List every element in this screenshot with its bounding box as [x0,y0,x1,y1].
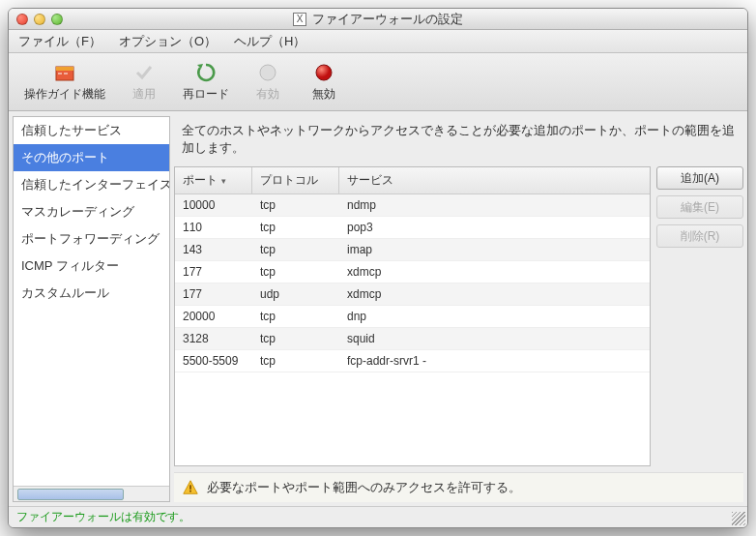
table-cell: fcp-addr-srvr1 - [339,350,650,372]
sidebar-item[interactable]: マスカレーディング [14,198,169,225]
table-row[interactable]: 5500-5509tcpfcp-addr-srvr1 - [175,350,650,372]
sidebar-item[interactable]: 信頼したインターフェイス [14,171,169,198]
table-cell: tcp [252,306,339,327]
toolbar-reload[interactable]: 再ロード [173,57,239,106]
window-title: ファイアーウォールの設定 [312,11,463,28]
table-cell: xdmcp [339,261,650,283]
warning-bar: 必要なポートやポート範囲へのみアクセスを許可する。 [174,472,743,502]
table-row[interactable]: 143tcpimap [175,239,650,261]
sidebar-item[interactable]: ポートフォワーディング [14,225,169,253]
table-cell: squid [339,328,650,349]
svg-rect-7 [189,491,191,492]
table-row[interactable]: 177udpxdmcp [175,283,650,306]
table-cell: tcp [252,217,339,238]
table-row[interactable]: 3128tcpsquid [175,328,650,350]
toolbar-enable: 有効 [241,57,295,106]
sidebar-item[interactable]: ICMP フィルター [14,253,169,280]
table-cell: xdmcp [339,283,650,305]
toolbar-apply: 適用 [117,57,171,106]
table-cell: 5500-5509 [175,350,252,372]
enable-icon [256,61,279,84]
description-text: 全てのホストやネットワークからアクセスできることが必要な追加のポートか、ポートの… [174,116,743,166]
table-cell: pop3 [339,217,650,238]
toolbar-disable[interactable]: 無効 [297,57,351,106]
table-cell: tcp [252,328,339,349]
table-cell: tcp [252,239,339,260]
status-text: ファイアーウォールは有効です。 [16,509,190,525]
sidebar-item[interactable]: その他のポート [14,144,169,171]
svg-point-5 [316,65,332,80]
svg-rect-6 [189,485,191,490]
delete-button: 削除(R) [656,224,743,248]
add-button[interactable]: 追加(A) [656,166,743,190]
table-cell: tcp [252,350,339,372]
toolbar-guide[interactable]: 操作ガイド機能 [15,57,115,106]
edit-button: 編集(E) [656,195,743,219]
sidebar-item[interactable]: カスタムルール [14,280,169,307]
table-row[interactable]: 110tcppop3 [175,217,650,239]
table-cell: dnp [339,306,650,327]
table-cell: 3128 [175,328,252,349]
svg-rect-3 [64,73,68,74]
col-service[interactable]: サービス [339,167,650,194]
resize-grip[interactable] [732,512,745,525]
apply-icon [132,61,156,84]
app-icon: X [293,13,306,26]
status-bar: ファイアーウォールは有効です。 [9,506,747,527]
sidebar-item[interactable]: 信頼したサービス [14,117,169,144]
table-cell: 177 [175,283,252,305]
table-cell: 177 [175,261,252,283]
menu-options[interactable]: オプション（O） [119,33,217,50]
table-row[interactable]: 20000tcpdnp [175,306,650,328]
sidebar-scrollbar[interactable] [14,486,169,501]
sidebar: 信頼したサービスその他のポート信頼したインターフェイスマスカレーディングポートフ… [13,116,170,502]
ports-table: ポート▾ プロトコル サービス 10000tcpndmp110tcppop314… [174,166,651,466]
svg-rect-1 [56,67,73,71]
table-cell: 20000 [175,306,252,327]
reload-icon [194,61,218,84]
guide-icon [53,61,76,84]
menu-help[interactable]: ヘルプ（H） [234,33,305,50]
disable-icon [312,61,335,84]
table-cell: udp [252,283,339,305]
svg-point-4 [260,65,276,80]
table-cell: 143 [175,239,252,260]
table-row[interactable]: 177tcpxdmcp [175,261,650,283]
toolbar: 操作ガイド機能 適用 再ロード 有効 無効 [9,53,747,111]
table-cell: tcp [252,261,339,283]
table-row[interactable]: 10000tcpndmp [175,194,650,217]
warning-icon [182,479,199,496]
sort-caret-icon: ▾ [221,176,226,186]
table-cell: ndmp [339,194,650,216]
titlebar: X ファイアーウォールの設定 [9,9,747,30]
menu-file[interactable]: ファイル（F） [18,33,102,50]
col-protocol[interactable]: プロトコル [252,167,339,194]
menubar: ファイル（F） オプション（O） ヘルプ（H） [9,30,747,53]
col-port[interactable]: ポート▾ [175,167,252,194]
table-cell: imap [339,239,650,260]
svg-rect-2 [58,73,62,74]
table-cell: 110 [175,217,252,238]
table-cell: 10000 [175,194,252,216]
warning-text: 必要なポートやポート範囲へのみアクセスを許可する。 [207,479,521,496]
table-cell: tcp [252,194,339,216]
